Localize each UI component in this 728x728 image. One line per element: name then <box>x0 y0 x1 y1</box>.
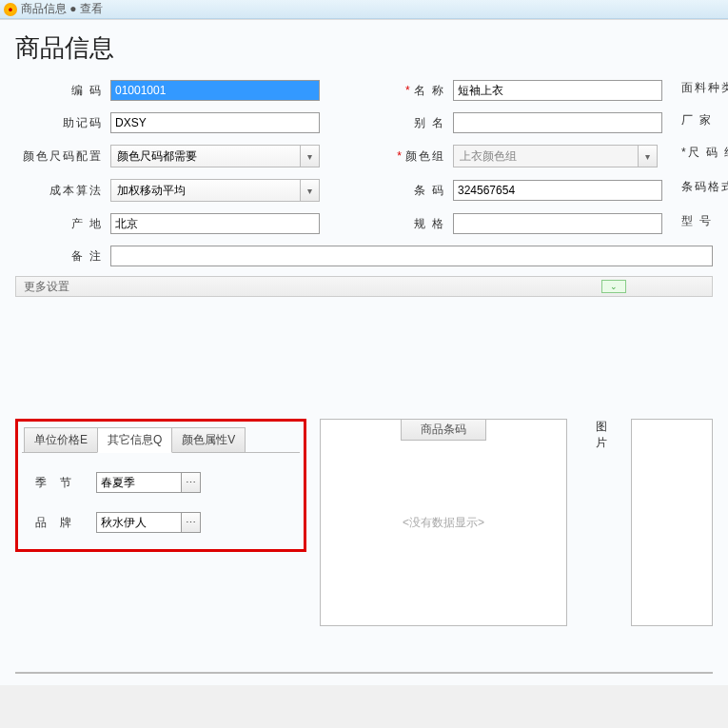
expand-toggle[interactable]: ⌄ <box>601 280 626 293</box>
bottom-border <box>15 672 713 674</box>
remark-label: 备 注 <box>15 248 110 265</box>
spec-label: 规 格 <box>358 216 453 232</box>
factory-label: 厂 家 <box>681 112 728 133</box>
colorsize-config-label: 颜色尺码配置 <box>15 148 110 165</box>
name-input[interactable] <box>453 80 662 101</box>
form-grid: 编 码 *名 称 面料种类 助记码 别 名 厂 家 颜色尺码配置 颜色尺码都需要 <box>15 80 713 234</box>
mnemonic-input[interactable] <box>110 112 320 133</box>
title-bar: ● 商品信息 ● 查看 <box>0 0 728 19</box>
alias-label: 别 名 <box>358 115 453 131</box>
tab-color-attr[interactable]: 颜色属性V <box>171 427 246 453</box>
origin-label: 产 地 <box>15 216 110 232</box>
fabric-label: 面料种类 <box>681 80 728 101</box>
more-settings-label: 更多设置 <box>24 279 69 295</box>
tab-other-info[interactable]: 其它信息Q <box>97 427 172 453</box>
page-body: 商品信息 编 码 *名 称 面料种类 助记码 别 名 厂 家 颜色尺码配置 颜色… <box>0 19 728 685</box>
color-group-dropdown: 上衣颜色组 <box>453 145 639 167</box>
color-group-dropdown-btn[interactable] <box>639 145 658 167</box>
remark-input[interactable] <box>110 246 713 266</box>
image-box[interactable] <box>631 419 713 626</box>
season-lookup-btn[interactable]: ⋯ <box>182 472 201 493</box>
tabs: 单位价格E 其它信息Q 颜色属性V <box>24 427 300 453</box>
cost-method-label: 成本算法 <box>15 183 110 199</box>
barcode-format-label: 条码格式 <box>681 179 728 202</box>
colorsize-config-dropdown-btn[interactable] <box>301 145 320 167</box>
barcode-input[interactable] <box>453 180 662 201</box>
brand-label: 品牌 <box>30 515 96 531</box>
alias-input[interactable] <box>453 112 662 133</box>
barcode-panel-title: 商品条码 <box>401 419 486 441</box>
mnemonic-label: 助记码 <box>15 115 110 131</box>
brand-lookup-btn[interactable]: ⋯ <box>182 512 201 533</box>
window-title: 商品信息 ● 查看 <box>21 1 103 17</box>
name-label: *名 称 <box>358 83 453 99</box>
tab-unit-price[interactable]: 单位价格E <box>24 427 98 453</box>
model-label: 型 号 <box>681 213 728 234</box>
size-group-label: *尺 码 组 <box>681 145 728 167</box>
more-settings-bar[interactable]: 更多设置 ⌄ <box>15 276 713 297</box>
season-label: 季节 <box>30 475 96 491</box>
page-title: 商品信息 <box>15 31 713 65</box>
image-panel: 图片 <box>596 419 713 626</box>
origin-input[interactable] <box>110 213 320 234</box>
season-input[interactable] <box>96 472 182 493</box>
spec-input[interactable] <box>453 213 662 234</box>
code-input[interactable] <box>110 80 320 101</box>
lower-panels: 商品条码 <没有数据显示> 图片 <box>320 419 713 626</box>
code-label: 编 码 <box>15 83 110 99</box>
brand-input[interactable] <box>96 512 182 533</box>
cost-method-dropdown[interactable]: 加权移动平均 <box>110 179 301 202</box>
barcode-label: 条 码 <box>358 183 453 199</box>
color-group-label: *颜色组 <box>358 148 453 165</box>
image-label: 图片 <box>596 419 618 451</box>
barcode-panel: 商品条码 <没有数据显示> <box>320 419 567 626</box>
tab-content: 季节 ⋯ 品牌 ⋯ <box>22 452 300 571</box>
cost-method-dropdown-btn[interactable] <box>301 179 320 202</box>
colorsize-config-dropdown[interactable]: 颜色尺码都需要 <box>110 145 301 167</box>
highlighted-region: 单位价格E 其它信息Q 颜色属性V 季节 ⋯ 品牌 ⋯ <box>15 419 306 552</box>
barcode-empty-text: <没有数据显示> <box>403 515 484 531</box>
app-icon: ● <box>4 3 17 16</box>
